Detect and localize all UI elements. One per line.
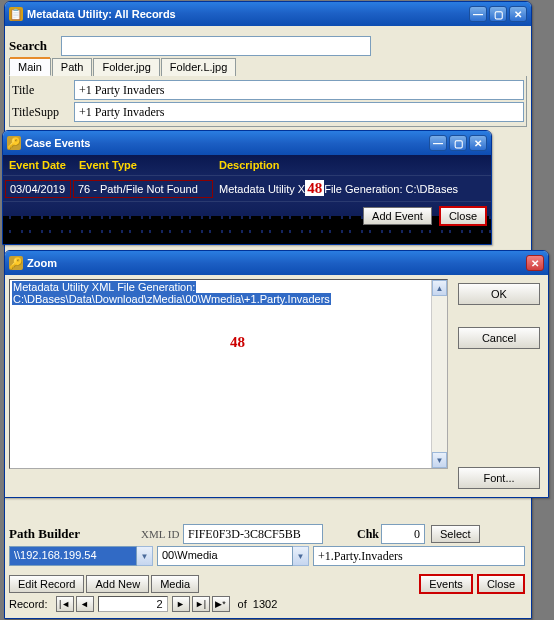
font-button[interactable]: Font... [458,467,540,489]
close-button[interactable]: ✕ [469,135,487,151]
edit-record-button[interactable]: Edit Record [9,575,84,593]
events-titlebar: 🔑 Case Events — ▢ ✕ [3,131,491,155]
nav-first-button[interactable]: |◄ [56,596,74,612]
annotation-48: 48 [305,180,324,196]
events-button-row: Add Event Close [3,201,491,230]
zoom-text-line2: C:\DBases\Data\Download\zMedia\00\Wmedia… [12,293,331,305]
nav-last-button[interactable]: ►| [192,596,210,612]
tab-folderjpg[interactable]: Folder.jpg [93,58,159,76]
host-value: \\192.168.199.54 [9,546,137,566]
nav-new-button[interactable]: ▶* [212,596,230,612]
scroll-down-button[interactable]: ▼ [432,452,447,468]
main-titlebar: 📋 Metadata Utility: All Records — ▢ ✕ [5,2,531,26]
chk-label: Chk [345,527,379,542]
events-column-headers: Event Date Event Type Description [3,155,491,176]
vertical-scrollbar[interactable]: ▲ ▼ [431,280,447,468]
tab-main[interactable]: Main [9,58,51,76]
events-close-button[interactable]: Close [439,206,487,226]
chevron-down-icon[interactable]: ▼ [137,546,153,566]
add-new-button[interactable]: Add New [86,575,149,593]
record-label: Record: [9,598,48,610]
cancel-button[interactable]: Cancel [458,327,540,349]
title-input[interactable] [74,80,524,100]
decorative-skyline [3,230,491,244]
xmlid-input[interactable] [183,524,323,544]
main-close-button[interactable]: Close [477,574,525,594]
events-row[interactable]: 03/04/2019 76 - Path/File Not Found Meta… [3,176,491,201]
close-button[interactable]: ✕ [526,255,544,271]
zoom-window: 🔑 Zoom ✕ Metadata Utility XML File Gener… [4,250,549,498]
nav-next-button[interactable]: ► [172,596,190,612]
title-label: Title [12,83,72,98]
select-button[interactable]: Select [431,525,480,543]
file-input[interactable] [313,546,525,566]
search-label: Search [9,38,59,54]
minimize-button[interactable]: — [429,135,447,151]
event-type-cell: 76 - Path/File Not Found [73,180,213,198]
xmlid-label: XML ID [141,528,181,540]
media-button[interactable]: Media [151,575,199,593]
record-number-input[interactable] [98,596,168,612]
titlesupp-input[interactable] [74,102,524,122]
tab-folderljpg[interactable]: Folder.L.jpg [161,58,236,76]
add-event-button[interactable]: Add Event [363,207,432,225]
chevron-down-icon[interactable]: ▼ [293,546,309,566]
zoom-window-title: Zoom [27,257,526,269]
ok-button[interactable]: OK [458,283,540,305]
zoom-text-line1: Metadata Utility XML File Generation: [12,281,196,293]
titlesupp-label: TitleSupp [12,105,72,120]
col-event-type: Event Type [79,159,219,171]
zoom-textarea[interactable]: Metadata Utility XML File Generation: C:… [9,279,448,469]
col-event-date: Event Date [9,159,79,171]
maximize-button[interactable]: ▢ [489,6,507,22]
search-input[interactable] [61,36,371,56]
nav-prev-button[interactable]: ◄ [76,596,94,612]
annotation-48: 48 [230,334,245,351]
events-window-title: Case Events [25,137,429,149]
event-desc-cell: Metadata Utility X48File Generation: C:\… [215,178,487,199]
minimize-button[interactable]: — [469,6,487,22]
zoom-titlebar: 🔑 Zoom ✕ [5,251,548,275]
events-button[interactable]: Events [419,574,473,594]
app-icon: 📋 [9,7,23,21]
close-button[interactable]: ✕ [509,6,527,22]
col-description: Description [219,159,485,171]
scroll-track[interactable] [432,296,447,452]
pathbuilder-label: Path Builder [9,526,139,542]
event-date-cell: 03/04/2019 [5,180,71,198]
app-icon: 🔑 [9,256,23,270]
host-dropdown[interactable]: \\192.168.199.54 ▼ [9,546,153,566]
main-window-title: Metadata Utility: All Records [27,8,469,20]
zoom-button-column: OK Cancel Font... [454,279,544,493]
app-icon: 🔑 [7,136,21,150]
scroll-up-button[interactable]: ▲ [432,280,447,296]
tab-bar: Main Path Folder.jpg Folder.L.jpg [9,58,527,76]
record-of-label: of 1302 [238,598,278,610]
folder-dropdown[interactable]: 00\Wmedia ▼ [157,546,309,566]
folder-value: 00\Wmedia [157,546,293,566]
tab-path[interactable]: Path [52,58,93,76]
case-events-window: 🔑 Case Events — ▢ ✕ Event Date Event Typ… [2,130,492,245]
chk-input[interactable] [381,524,425,544]
maximize-button[interactable]: ▢ [449,135,467,151]
